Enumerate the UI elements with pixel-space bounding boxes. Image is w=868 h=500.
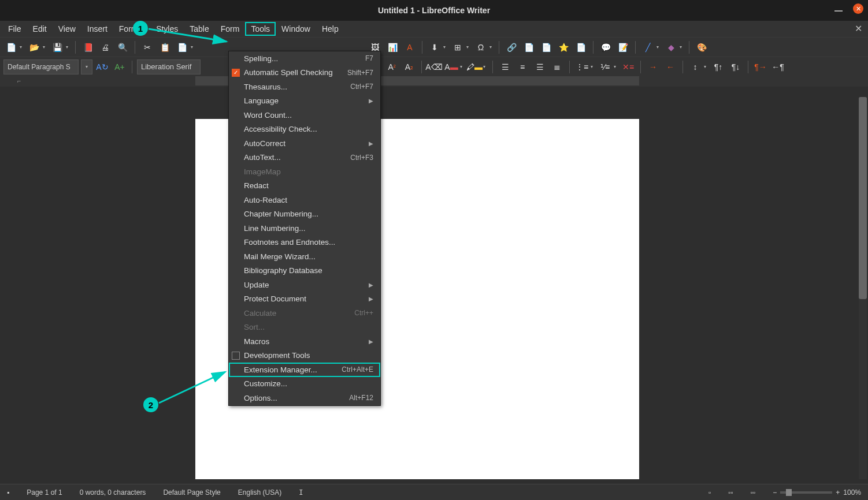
highlight-icon[interactable]: 🖍▬ (467, 59, 482, 74)
rtl-icon[interactable]: ←¶ (770, 59, 785, 74)
zoom-in-icon[interactable]: + (836, 488, 840, 497)
page-break-dropdown[interactable]: ▾ (443, 44, 448, 50)
paste-icon[interactable]: 📄 (175, 40, 190, 55)
line-spacing-icon[interactable]: ↕ (688, 59, 703, 74)
bookmark-icon[interactable]: ⭐ (556, 40, 571, 55)
new-doc-dropdown[interactable]: ▾ (20, 44, 24, 50)
cut-icon[interactable]: ✂ (140, 40, 155, 55)
print-preview-icon[interactable]: 🔍 (115, 40, 130, 55)
decrease-spacing-icon[interactable]: ¶↓ (728, 59, 743, 74)
track-changes-icon[interactable]: 📝 (615, 40, 630, 55)
highlight-dropdown[interactable]: ▾ (483, 64, 488, 69)
view-book-icon[interactable]: ▫▫ (751, 488, 756, 497)
font-name-combo[interactable]: Liberation Serif (137, 59, 201, 74)
menu-styles[interactable]: Styles (150, 22, 184, 36)
increase-spacing-icon[interactable]: ¶↑ (711, 59, 726, 74)
new-doc-icon[interactable]: 📄 (3, 40, 18, 55)
tools-menu-line-numbering[interactable]: Line Numbering... (229, 221, 380, 236)
view-multi-page-icon[interactable]: ▫▫ (728, 488, 733, 497)
status-words[interactable]: 0 words, 0 characters (80, 488, 146, 497)
insert-text-box-icon[interactable]: A (402, 40, 417, 55)
tools-menu-macros[interactable]: Macros▶ (229, 334, 380, 349)
tools-menu-footnotes-and-endnotes[interactable]: Footnotes and Endnotes... (229, 236, 380, 250)
save-dropdown[interactable]: ▾ (66, 44, 71, 50)
subscript-icon[interactable]: A₂ (402, 59, 417, 74)
document-close-button[interactable]: ✕ (855, 23, 862, 34)
window-close-button[interactable]: ✕ (853, 3, 863, 14)
tools-menu-customize[interactable]: Customize... (229, 377, 380, 391)
tools-menu-thesaurus[interactable]: Thesaurus...Ctrl+F7 (229, 80, 380, 94)
field-icon[interactable]: ⊞ (450, 40, 465, 55)
tools-menu-accessibility-check[interactable]: Accessibility Check... (229, 122, 380, 137)
status-doc-modified-icon[interactable]: ▪ (7, 488, 9, 497)
open-icon[interactable]: 📂 (27, 40, 42, 55)
tools-menu-automatic-spell-checking[interactable]: ✓Automatic Spell CheckingShift+F7 (229, 66, 380, 80)
draw-functions-icon[interactable]: 🎨 (694, 40, 709, 55)
tools-menu-auto-redact[interactable]: Auto-Redact (229, 193, 380, 207)
tools-menu-word-count[interactable]: Word Count... (229, 108, 380, 122)
tools-menu-mail-merge-wizard[interactable]: Mail Merge Wizard... (229, 249, 380, 264)
paragraph-style-combo[interactable]: Default Paragraph S (3, 59, 79, 74)
tools-menu-autotext[interactable]: AutoText...Ctrl+F3 (229, 151, 380, 165)
zoom-slider[interactable] (780, 491, 832, 494)
tools-menu-redact[interactable]: Redact (229, 179, 380, 193)
hyperlink-icon[interactable]: 🔗 (504, 40, 519, 55)
paste-dropdown[interactable]: ▾ (191, 44, 195, 50)
new-style-icon[interactable]: A+ (112, 59, 127, 74)
increase-indent-icon[interactable]: → (646, 59, 661, 74)
menu-window[interactable]: Window (276, 22, 316, 36)
page-break-icon[interactable]: ⬇ (427, 40, 442, 55)
paragraph-style-dropdown[interactable]: ▾ (81, 59, 92, 74)
tools-menu-extension-manager[interactable]: Extension Manager...Ctrl+Alt+E (229, 363, 380, 377)
shapes-dropdown[interactable]: ▾ (680, 44, 684, 50)
zoom-percent[interactable]: 100% (843, 488, 861, 497)
number-list-icon[interactable]: ⅟≡ (598, 59, 613, 74)
window-minimize-button[interactable] (834, 10, 843, 12)
print-icon[interactable]: 🖨 (98, 40, 113, 55)
font-color-icon[interactable]: A▬ (444, 59, 459, 74)
line-spacing-dropdown[interactable]: ▾ (704, 64, 709, 69)
endnote-icon[interactable]: 📄 (539, 40, 554, 55)
zoom-slider-handle[interactable] (786, 489, 792, 496)
vertical-scrollbar[interactable] (859, 97, 867, 479)
tools-menu-options[interactable]: Options...Alt+F12 (229, 391, 380, 405)
status-page[interactable]: Page 1 of 1 (27, 488, 62, 497)
no-list-icon[interactable]: ✕≡ (621, 59, 636, 74)
status-page-style[interactable]: Default Page Style (163, 488, 220, 497)
save-icon[interactable]: 💾 (50, 40, 65, 55)
open-dropdown[interactable]: ▾ (43, 44, 47, 50)
view-single-page-icon[interactable]: ▫ (709, 488, 711, 497)
zoom-out-icon[interactable]: − (773, 488, 777, 497)
scrollbar-thumb[interactable] (859, 97, 867, 299)
tools-menu-bibliography-database[interactable]: Bibliography Database (229, 264, 380, 278)
line-icon[interactable]: ╱ (640, 40, 655, 55)
insert-chart-icon[interactable]: 📊 (385, 40, 400, 55)
status-language[interactable]: English (USA) (238, 488, 281, 497)
tools-menu-protect-document[interactable]: Protect Document▶ (229, 292, 380, 307)
tools-menu-chapter-numbering[interactable]: Chapter Numbering... (229, 207, 380, 222)
tools-menu-language[interactable]: Language▶ (229, 94, 380, 109)
align-left-icon[interactable]: ☰ (498, 59, 513, 74)
bullet-dropdown[interactable]: ▾ (591, 64, 595, 69)
menu-file[interactable]: File (2, 22, 27, 36)
copy-icon[interactable]: 📋 (157, 40, 172, 55)
basic-shapes-icon[interactable]: ◆ (663, 40, 678, 55)
menu-tools[interactable]: Tools (245, 22, 276, 36)
menu-table[interactable]: Table (184, 22, 214, 36)
bullet-list-icon[interactable]: ⋮≡ (574, 59, 589, 74)
menu-edit[interactable]: Edit (27, 22, 53, 36)
comment-icon[interactable]: 💬 (598, 40, 613, 55)
update-style-icon[interactable]: A↻ (95, 59, 110, 74)
tools-menu-autocorrect[interactable]: AutoCorrect▶ (229, 136, 380, 151)
tools-menu-spelling[interactable]: Spelling...F7 (229, 51, 380, 66)
align-right-icon[interactable]: ☰ (532, 59, 547, 74)
special-char-icon[interactable]: Ω (473, 40, 488, 55)
pdf-export-icon[interactable]: 📕 (80, 40, 95, 55)
number-dropdown[interactable]: ▾ (614, 64, 618, 69)
clear-formatting-icon[interactable]: A⌫ (426, 59, 442, 74)
menu-form[interactable]: Form (215, 22, 246, 36)
cross-ref-icon[interactable]: 📄 (573, 40, 588, 55)
menu-insert[interactable]: Insert (81, 22, 113, 36)
tools-menu-development-tools[interactable]: Development Tools (229, 349, 380, 363)
status-insert-mode[interactable]: I (299, 488, 303, 497)
